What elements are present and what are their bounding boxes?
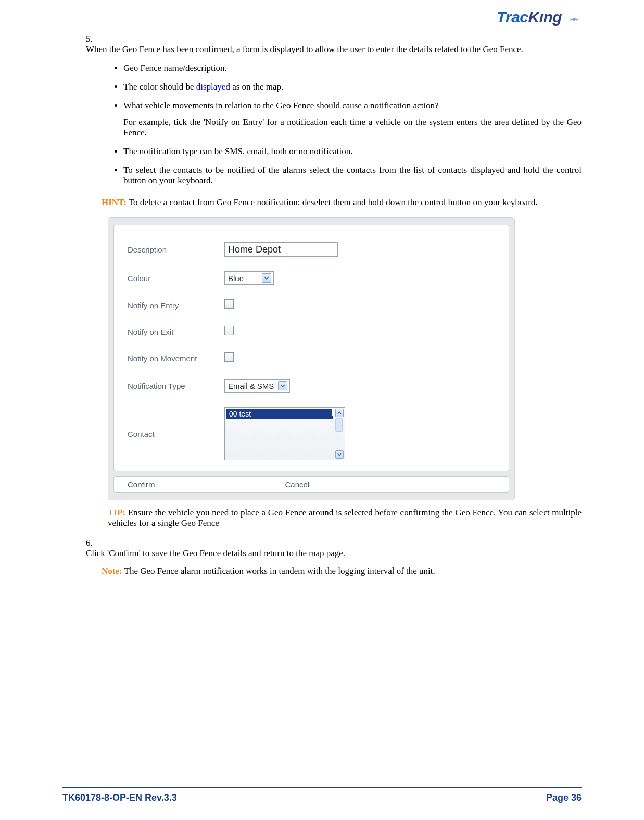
note-block: Note: The Geo Fence alarm notification w… (102, 566, 582, 576)
form-actions: Confirm Cancel (113, 476, 509, 493)
svg-point-0 (573, 19, 575, 21)
signal-icon (568, 9, 582, 27)
row-notify-exit: Notify on Exit (128, 319, 495, 345)
page-footer: TK60178-8-OP-EN Rev.3.3 Page 36 (62, 787, 582, 803)
row-notify-movement: Notify on Movement (128, 345, 495, 372)
tip-block: TIP: Ensure the vehicle you need to plac… (108, 508, 582, 528)
row-notification-type: Notification Type Email & SMS (128, 372, 495, 400)
step6-text: Click 'Confirm' to save the Geo Fence de… (86, 548, 566, 559)
bullet-1: Geo Fence name/description. (123, 63, 582, 82)
label-description: Description (128, 245, 224, 254)
footer-right: Page 36 (546, 792, 582, 803)
step5: 5. When the Geo Fence has been confirmed… (86, 34, 582, 55)
cancel-button[interactable]: Cancel (285, 480, 310, 489)
spacer (155, 480, 285, 489)
logo: TracKıng (497, 8, 582, 27)
listbox-scrollbar[interactable] (334, 408, 345, 460)
bullet-3: What vehicle movements in relation to th… (123, 100, 582, 146)
scroll-down-icon[interactable] (335, 450, 344, 459)
label-colour: Colour (128, 274, 224, 283)
row-description: Description (128, 235, 495, 264)
tip-text: Ensure the vehicle you need to place a G… (108, 508, 582, 528)
step5-bullet-list: Geo Fence name/description. The color sh… (86, 63, 582, 194)
label-notify-entry: Notify on Entry (128, 301, 224, 310)
note-label: Note: (102, 566, 122, 576)
row-colour: Colour Blue (128, 264, 495, 292)
label-notify-movement: Notify on Movement (128, 354, 224, 363)
confirm-button[interactable]: Confirm (128, 480, 155, 489)
tip-label: TIP: (108, 508, 125, 518)
notification-type-select[interactable]: Email & SMS (224, 379, 290, 393)
bullet-3-main: What vehicle movements in relation to th… (123, 100, 439, 110)
bullet-2-post: as on the map. (230, 82, 283, 92)
notify-entry-checkbox[interactable] (224, 299, 234, 309)
bullet-3-sub: For example, tick the 'Notify on Entry' … (123, 117, 582, 138)
scroll-thumb[interactable] (335, 418, 343, 432)
chevron-down-icon (278, 381, 287, 390)
contact-listbox[interactable]: 00 test (224, 407, 345, 460)
label-notify-exit: Notify on Exit (128, 327, 224, 336)
colour-select[interactable]: Blue (224, 271, 274, 285)
row-contact: Contact 00 test (128, 400, 495, 468)
form-inner: Description Colour Blue Notify on Entry (113, 225, 509, 471)
scroll-up-icon[interactable] (335, 409, 344, 417)
label-contact: Contact (128, 430, 224, 438)
logo-part2: Kıng (528, 8, 562, 26)
row-notify-entry: Notify on Entry (128, 292, 495, 319)
footer-page-label: Page (546, 792, 571, 803)
logo-part1: Trac (497, 8, 528, 26)
notification-type-value: Email & SMS (228, 382, 274, 390)
label-notification-type: Notification Type (128, 382, 224, 390)
footer-left: TK60178-8-OP-EN Rev.3.3 (62, 792, 177, 803)
colour-value: Blue (228, 274, 244, 283)
hint-text: To delete a contact from Geo Fence notif… (127, 197, 538, 207)
description-input[interactable] (224, 242, 338, 257)
geofence-form: Description Colour Blue Notify on Entry (108, 217, 515, 500)
bullet-2-pre: The color should be (123, 82, 196, 92)
bullet-4: The notification type can be SMS, email,… (123, 146, 582, 165)
step5-text: When the Geo Fence has been confirmed, a… (86, 44, 566, 55)
bullet-2-link: displayed (196, 82, 230, 92)
chevron-down-icon (262, 273, 271, 283)
contact-list-item[interactable]: 00 test (226, 409, 333, 419)
bullet-5: To select the contacts to be notified of… (123, 165, 582, 194)
step5-number: 5. (86, 34, 102, 44)
hint-label: HINT: (102, 197, 127, 207)
step6: 6. Click 'Confirm' to save the Geo Fence… (86, 538, 582, 559)
notify-movement-checkbox[interactable] (224, 352, 234, 362)
step6-number: 6. (86, 538, 102, 548)
note-text: The Geo Fence alarm notification works i… (122, 566, 435, 576)
footer-page-number: 36 (571, 792, 582, 803)
hint-block: HINT: To delete a contact from Geo Fence… (102, 197, 582, 208)
bullet-2: The color should be displayed as on the … (123, 82, 582, 100)
notify-exit-checkbox[interactable] (224, 326, 234, 335)
